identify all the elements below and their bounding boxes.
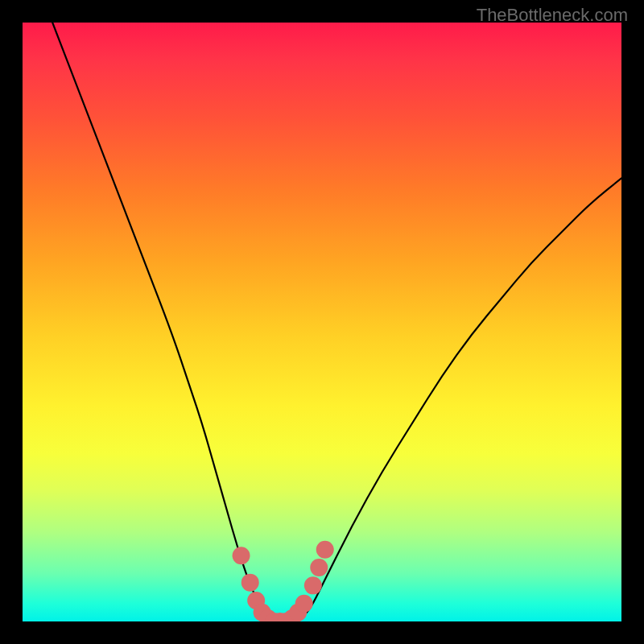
highlight-dot: [295, 595, 313, 613]
highlight-dots-group: [233, 541, 334, 621]
chart-svg: [23, 23, 621, 621]
chart-plot-area: [23, 23, 621, 621]
watermark-text: TheBottleneck.com: [477, 5, 628, 26]
highlight-dot: [304, 576, 322, 594]
highlight-dot: [310, 559, 328, 576]
highlight-dot: [233, 547, 250, 564]
highlight-dot: [316, 541, 334, 559]
bottleneck-curve-path: [52, 23, 621, 621]
highlight-dot: [242, 574, 259, 592]
